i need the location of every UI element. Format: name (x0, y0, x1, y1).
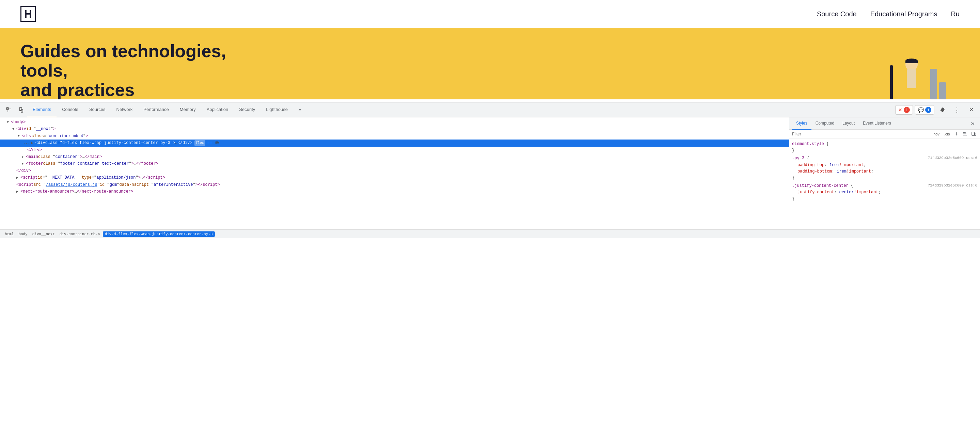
style-source-py3[interactable]: 714d329b32e5c609.css:6 (928, 155, 977, 161)
breadcrumb-next[interactable]: div#__next (30, 232, 57, 237)
tab-more[interactable]: » (293, 102, 307, 117)
hero-section: Guides on technologies, tools, and pract… (0, 28, 980, 99)
styles-panel: Styles Computed Layout Event Listeners »… (789, 118, 980, 229)
more-options-button[interactable]: ⋮ (951, 104, 963, 116)
devtools-panel: Elements Console Sources Network Perform… (0, 102, 980, 238)
dom-script-nextdata[interactable]: ▶ <script id="__NEXT_DATA__" type="appli… (0, 174, 789, 181)
nav-link-ru[interactable]: Ru (951, 10, 959, 18)
style-rule-element: element.style { } (789, 140, 980, 154)
devtools-content: ▼ <body> ▼ <div id="__next"> ▼ <div clas… (0, 118, 980, 229)
style-selector-py3: .py-3 (792, 156, 804, 160)
nav-links: Source Code Educational Programs Ru (817, 10, 959, 18)
dom-close-div2: </div> (0, 167, 789, 174)
style-selector-element: element.style (792, 141, 824, 146)
device-style-button[interactable] (970, 131, 977, 137)
hero-title: Guides on technologies, tools, and pract… (21, 41, 259, 99)
style-rule-py3: .py-3 { 714d329b32e5c609.css:6 padding-t… (789, 154, 980, 182)
add-style-button[interactable]: + (953, 131, 959, 137)
breadcrumb-bar: html body div#__next div.container.mb-4 … (0, 229, 980, 238)
hero-bars (930, 69, 946, 99)
close-devtools-button[interactable]: ✕ (965, 104, 977, 116)
hero-illustration (890, 59, 946, 99)
svg-rect-0 (6, 108, 8, 110)
dom-route-announcer[interactable]: ▶ <next-route-announcer>…</next-route-an… (0, 188, 789, 195)
tab-more-styles[interactable]: » (968, 120, 977, 127)
style-selector-justify: .justify-content-center (792, 183, 849, 188)
style-rule-justify: .justify-content-center { 714d329b32e5c6… (789, 182, 980, 203)
tab-network[interactable]: Network (111, 102, 138, 117)
tab-sources[interactable]: Sources (84, 102, 111, 117)
breadcrumb-body[interactable]: body (16, 232, 29, 237)
error-count: 1 (904, 107, 910, 113)
dom-script-couters[interactable]: <script src="/assets/js/couters.js" id="… (0, 181, 789, 188)
svg-rect-9 (972, 132, 975, 135)
style-prop-pb: padding-bottom: 1rem!important; (792, 168, 977, 175)
svg-rect-10 (975, 133, 976, 135)
tab-application[interactable]: Application (201, 102, 234, 117)
tab-performance[interactable]: Performance (138, 102, 174, 117)
tab-elements[interactable]: Elements (27, 102, 57, 117)
message-count: 1 (925, 107, 931, 113)
styles-content: element.style { } .py-3 { 714d329b32e5c6… (789, 139, 980, 229)
dom-footer[interactable]: ▶ <footer class="footer container text-c… (0, 160, 789, 167)
inspect-icon-button[interactable] (3, 104, 15, 116)
filter-hov-button[interactable]: :hov (931, 131, 941, 137)
dom-close-div1: </div> (0, 147, 789, 154)
dom-dflex-selected[interactable]: ... ▶ <div class="d-flex flex-wrap justi… (0, 140, 789, 146)
tab-security[interactable]: Security (234, 102, 261, 117)
tab-lighthouse[interactable]: Lighthouse (261, 102, 293, 117)
settings-icon-button[interactable] (936, 104, 949, 116)
elements-panel[interactable]: ▼ <body> ▼ <div id="__next"> ▼ <div clas… (0, 118, 789, 229)
svg-rect-6 (963, 135, 967, 135)
breadcrumb-html[interactable]: html (3, 232, 16, 237)
edit-style-button[interactable] (962, 131, 969, 137)
dom-main[interactable]: ▶ <main class="container">…</main> (0, 154, 789, 160)
device-icon-button[interactable] (15, 104, 27, 116)
filter-input[interactable] (792, 132, 928, 137)
devtools-toolbar-right: ✕ 1 💬 1 ⋮ ✕ (895, 104, 977, 116)
tab-styles[interactable]: Styles (792, 118, 811, 130)
error-badge-button[interactable]: ✕ 1 (895, 105, 913, 115)
nav-link-source-code[interactable]: Source Code (817, 10, 857, 18)
dom-container-div[interactable]: ▼ <div class="container mb-4"> (0, 133, 789, 140)
breadcrumb-dflex[interactable]: div.d-flex.flex-wrap.justify-content-cen… (103, 232, 215, 237)
devtools-toolbar: Elements Console Sources Network Perform… (0, 102, 980, 118)
tab-computed[interactable]: Computed (811, 118, 838, 130)
styles-tabs: Styles Computed Layout Event Listeners » (789, 118, 980, 130)
tab-console[interactable]: Console (57, 102, 84, 117)
tab-event-listeners[interactable]: Event Listeners (859, 118, 895, 130)
svg-rect-7 (963, 132, 966, 133)
tab-layout[interactable]: Layout (838, 118, 859, 130)
dom-next-div[interactable]: ▼ <div id="__next"> (0, 125, 789, 132)
tab-memory[interactable]: Memory (174, 102, 201, 117)
style-source-justify[interactable]: 714d329b32e5c609.css:6 (928, 183, 977, 189)
dom-body[interactable]: ▼ <body> (0, 119, 789, 125)
nav-logo: H (21, 6, 36, 22)
style-prop-pt: padding-top: 1rem!important; (792, 162, 977, 168)
nav-link-educational[interactable]: Educational Programs (870, 10, 937, 18)
svg-rect-8 (963, 133, 966, 134)
filter-row: :hov .cls + (789, 130, 980, 139)
nav-bar: H Source Code Educational Programs Ru (0, 0, 980, 28)
message-badge-button[interactable]: 💬 1 (915, 105, 934, 115)
breadcrumb-container[interactable]: div.container.mb-4 (57, 232, 102, 237)
filter-actions: :hov .cls + (931, 131, 977, 137)
style-prop-jc: justify-content: center!important; (792, 189, 977, 196)
devtools-tabs: Elements Console Sources Network Perform… (27, 102, 895, 117)
website-preview: H Source Code Educational Programs Ru Gu… (0, 0, 980, 102)
filter-cls-button[interactable]: .cls (943, 131, 951, 137)
